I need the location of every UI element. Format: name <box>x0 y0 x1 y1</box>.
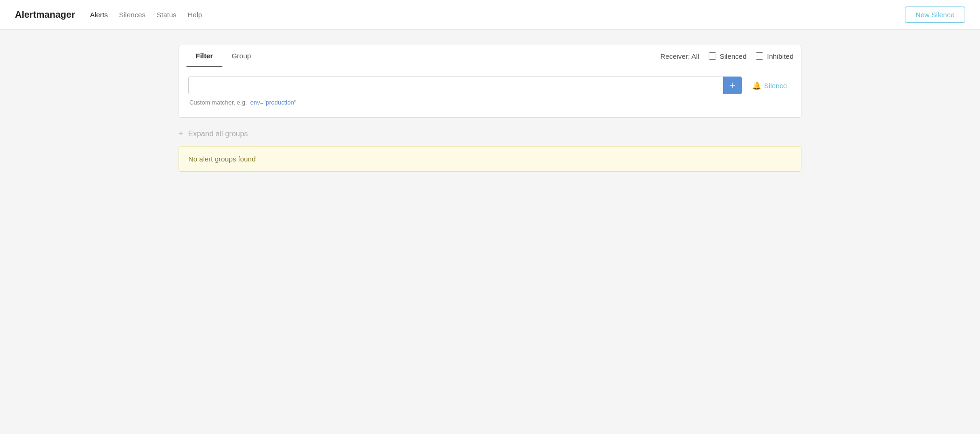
filter-controls: Receiver: All Silenced Inhibited <box>653 48 801 65</box>
expand-row: + Expand all groups <box>179 129 801 139</box>
search-row: + 🔔 Silence <box>188 77 792 94</box>
expand-icon[interactable]: + <box>179 129 184 139</box>
silenced-checkbox[interactable] <box>709 52 716 60</box>
inhibited-checkbox-group[interactable]: Inhibited <box>756 52 794 60</box>
no-groups-message: No alert groups found <box>188 155 255 163</box>
plus-icon: + <box>729 80 735 91</box>
tab-filter[interactable]: Filter <box>186 45 222 67</box>
inhibited-label: Inhibited <box>767 52 794 60</box>
silenced-checkbox-group[interactable]: Silenced <box>709 52 747 60</box>
tab-group[interactable]: Group <box>222 45 261 67</box>
hint-example[interactable]: env="production" <box>250 99 297 106</box>
hint-prefix: Custom matcher, e.g. <box>189 99 247 106</box>
tabs: Filter Group <box>179 45 653 67</box>
add-filter-button[interactable]: + <box>723 77 742 94</box>
new-silence-button[interactable]: New Silence <box>905 7 965 23</box>
silence-button[interactable]: 🔔 Silence <box>747 78 792 93</box>
hint-text: Custom matcher, e.g. env="production" <box>188 99 792 106</box>
main-content: Filter Group Receiver: All Silenced Inhi… <box>164 45 816 172</box>
no-groups-alert: No alert groups found <box>179 146 801 172</box>
nav-item-status[interactable]: Status <box>157 11 177 19</box>
inhibited-checkbox[interactable] <box>756 52 763 60</box>
search-input[interactable] <box>188 77 723 94</box>
filter-card-body: + 🔔 Silence Custom matcher, e.g. env="pr… <box>179 67 801 117</box>
silenced-label: Silenced <box>720 52 747 60</box>
navbar: Alertmanager Alerts Silences Status Help… <box>0 0 980 30</box>
navbar-actions: New Silence <box>905 7 965 23</box>
app-brand: Alertmanager <box>15 9 75 20</box>
silence-button-label: Silence <box>764 82 787 90</box>
filter-card: Filter Group Receiver: All Silenced Inhi… <box>179 45 801 118</box>
nav-item-silences[interactable]: Silences <box>119 11 145 19</box>
nav-links: Alerts Silences Status Help <box>90 11 905 19</box>
tabs-row: Filter Group Receiver: All Silenced Inhi… <box>179 45 801 67</box>
bell-icon: 🔔 <box>752 81 761 90</box>
receiver-label: Receiver: All <box>660 52 699 60</box>
nav-item-help[interactable]: Help <box>188 11 202 19</box>
expand-label[interactable]: Expand all groups <box>188 130 248 138</box>
nav-item-alerts[interactable]: Alerts <box>90 11 108 19</box>
search-input-wrap: + <box>188 77 742 94</box>
